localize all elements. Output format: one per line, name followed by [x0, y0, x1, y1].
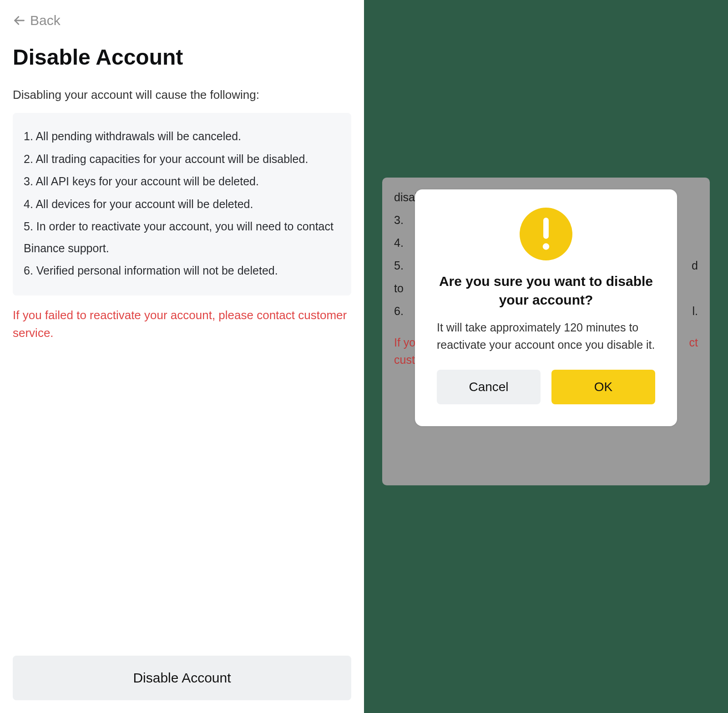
behind-text: l. — [693, 300, 698, 322]
modal-body: It will take approximately 120 minutes t… — [437, 319, 655, 353]
arrow-left-icon — [13, 14, 25, 27]
list-item: 2. All trading capacities for your accou… — [24, 148, 340, 170]
modal-title: Are you sure you want to disable your ac… — [437, 272, 655, 309]
modal-actions: Cancel OK — [437, 370, 655, 404]
disable-account-button[interactable]: Disable Account — [13, 656, 351, 700]
back-button[interactable]: Back — [13, 13, 61, 28]
alert-icon — [520, 208, 572, 260]
list-item: 4. All devices for your account will be … — [24, 194, 340, 215]
list-item: 1. All pending withdrawals will be cance… — [24, 126, 340, 148]
confirmation-preview: disabled. 3. 4. 5. d to 6. l. If you ct … — [364, 0, 728, 713]
consequences-box: 1. All pending withdrawals will be cance… — [13, 113, 351, 295]
list-item: 3. All API keys for your account will be… — [24, 171, 340, 193]
behind-text: ct — [689, 334, 698, 351]
behind-text: d — [692, 254, 698, 277]
list-item: 5. In order to reactivate your account, … — [24, 216, 340, 259]
list-item: 6. Verified personal information will no… — [24, 260, 340, 282]
svg-rect-1 — [543, 218, 549, 239]
behind-text: 6. — [394, 300, 404, 322]
disable-account-screen: Back Disable Account Disabling your acco… — [0, 0, 364, 713]
back-label: Back — [30, 13, 61, 28]
behind-text: 5. — [394, 254, 404, 277]
lead-text: Disabling your account will cause the fo… — [13, 88, 351, 102]
warning-text: If you failed to reactivate your account… — [13, 306, 351, 342]
svg-point-2 — [543, 243, 549, 250]
confirm-modal: Are you sure you want to disable your ac… — [415, 189, 677, 426]
ok-button[interactable]: OK — [551, 370, 655, 404]
cancel-button[interactable]: Cancel — [437, 370, 541, 404]
page-title: Disable Account — [13, 45, 351, 70]
